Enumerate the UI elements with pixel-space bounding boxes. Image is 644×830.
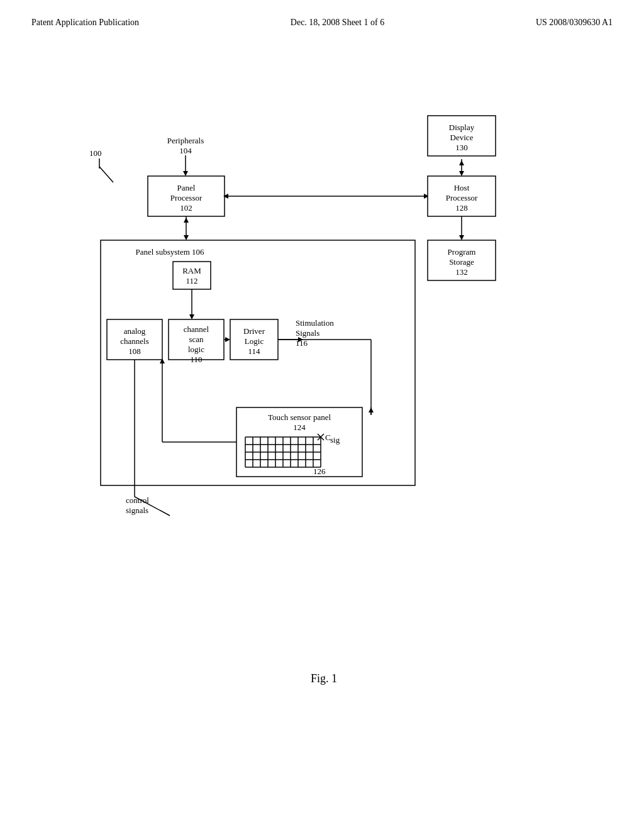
- svg-text:channels: channels: [120, 336, 148, 346]
- svg-text:112: 112: [186, 276, 197, 285]
- svg-marker-11: [184, 235, 189, 240]
- svg-text:100: 100: [89, 148, 102, 158]
- svg-text:RAM: RAM: [182, 266, 201, 275]
- svg-text:Processor: Processor: [170, 193, 203, 202]
- svg-text:analog: analog: [124, 326, 146, 336]
- svg-text:126: 126: [313, 467, 326, 476]
- svg-text:Panel: Panel: [177, 183, 196, 192]
- header-right: US 2008/0309630 A1: [536, 18, 613, 28]
- svg-text:Peripherals: Peripherals: [167, 136, 204, 145]
- header-center: Dec. 18, 2008 Sheet 1 of 6: [291, 18, 384, 28]
- svg-marker-21: [459, 160, 464, 165]
- svg-marker-12: [184, 218, 189, 223]
- svg-text:sig: sig: [330, 435, 340, 445]
- patent-diagram: 100 Peripherals 104 Panel Processor 102 …: [50, 63, 597, 679]
- svg-text:Display: Display: [449, 123, 475, 132]
- svg-text:Device: Device: [450, 133, 474, 142]
- svg-text:channel: channel: [184, 324, 209, 334]
- svg-text:Driver: Driver: [243, 326, 265, 336]
- svg-text:Logic: Logic: [245, 336, 264, 346]
- svg-text:102: 102: [180, 203, 192, 213]
- page-header: Patent Application Publication Dec. 18, …: [0, 0, 644, 28]
- svg-text:128: 128: [455, 203, 468, 213]
- svg-text:Signals: Signals: [296, 328, 319, 338]
- fig-caption: Fig. 1: [50, 672, 597, 685]
- svg-marker-26: [459, 235, 464, 240]
- svg-text:Program: Program: [448, 247, 476, 257]
- svg-text:logic: logic: [188, 345, 204, 354]
- svg-text:Host: Host: [454, 183, 470, 192]
- diagram-area: 100 Peripherals 104 Panel Processor 102 …: [50, 63, 597, 723]
- svg-text:132: 132: [455, 267, 468, 277]
- svg-marker-20: [459, 171, 464, 176]
- svg-text:Storage: Storage: [449, 257, 474, 267]
- svg-text:Touch sensor panel: Touch sensor panel: [268, 412, 331, 422]
- svg-text:control: control: [126, 495, 149, 505]
- svg-text:114: 114: [248, 346, 260, 356]
- header-left: Patent Application Publication: [31, 18, 139, 28]
- svg-text:scan: scan: [189, 335, 204, 344]
- svg-text:130: 130: [455, 143, 468, 152]
- svg-text:108: 108: [128, 346, 141, 356]
- svg-text:110: 110: [190, 355, 202, 364]
- svg-text:signals: signals: [126, 506, 148, 515]
- svg-text:Processor: Processor: [446, 193, 478, 202]
- svg-text:Stimulation: Stimulation: [296, 318, 334, 328]
- svg-text:124: 124: [293, 423, 306, 432]
- svg-text:104: 104: [179, 146, 192, 155]
- svg-text:Panel subsystem 106: Panel subsystem 106: [135, 247, 204, 257]
- svg-marker-6: [183, 171, 188, 176]
- svg-line-2: [99, 167, 113, 182]
